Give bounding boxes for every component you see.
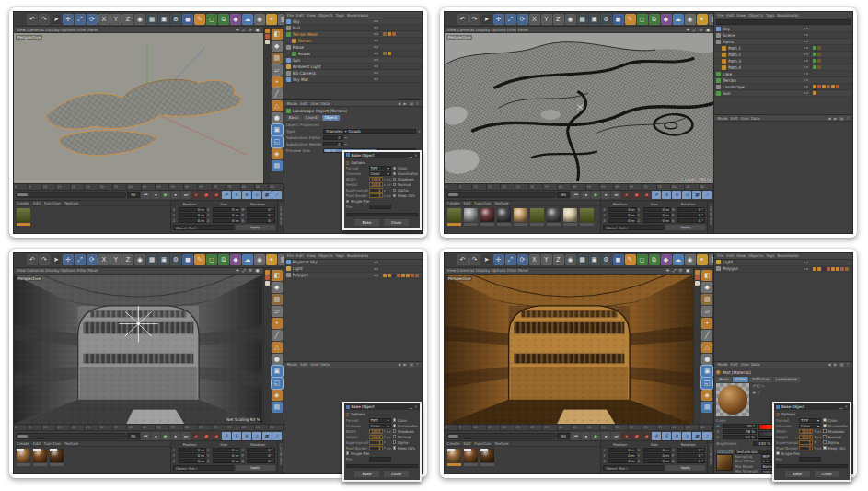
axis-z-lock-icon[interactable]: Z [553,14,564,25]
coord-field[interactable]: 0 m [643,213,671,217]
redo-icon[interactable]: ↷ [39,254,50,265]
attribute-row[interactable]: Subdivision Editor2▾ [286,134,421,141]
dialog-dropdown[interactable]: Color▾ [369,171,391,176]
coord-field[interactable]: 0 m [213,207,240,212]
play-button[interactable]: ▶ [161,191,170,199]
edges-mode-icon[interactable]: ╱ [701,330,712,341]
coords-mode-dropdown[interactable]: Object (Rel.) [173,465,234,471]
coord-field[interactable]: 0 ° [247,448,274,452]
axis-y-lock-icon[interactable]: Y [541,254,552,265]
animation-palette-icon[interactable]: ● [272,354,283,365]
tag-icon[interactable] [840,267,844,271]
object-manager-menu-item[interactable]: Objects [748,13,763,18]
coord-field[interactable]: 0 ° [677,453,705,458]
spinner-icon[interactable]: ⬍ [384,183,387,187]
dialog-button[interactable]: Bake [354,219,379,226]
goto-end-button[interactable]: ⏭ [181,191,191,199]
coord-field[interactable]: 0 m [643,218,671,223]
attribute-menu-item[interactable]: Mode [287,101,297,106]
material-menu-item[interactable]: Edit [463,441,470,446]
timeline-slider[interactable] [16,433,126,439]
visibility-dots[interactable] [804,28,808,29]
environment-sky-icon[interactable]: ☁ [242,14,253,25]
visibility-dots[interactable] [374,40,378,41]
visibility-dots[interactable] [374,72,378,74]
key-rotation-toggle[interactable]: R [242,191,251,199]
visibility-dots[interactable] [804,66,808,68]
tag-icon[interactable] [388,274,391,277]
rotate-tool-icon[interactable]: ⟳ [87,254,98,265]
goto-start-button[interactable]: ⏮ [141,432,150,440]
coord-field[interactable]: 0 m [608,207,636,212]
spinner-icon[interactable]: ⬍ [814,440,816,444]
visibility-dots[interactable] [804,262,808,263]
axis-strip-icon[interactable] [265,40,270,44]
coord-field[interactable]: 0 m [608,453,636,458]
material-swatch[interactable] [50,449,64,462]
key-scale-toggle[interactable]: S [662,432,671,440]
viewport-solo-icon[interactable]: ▣ [701,366,712,377]
key-pla-toggle[interactable]: ▦ [262,432,272,440]
object-tags[interactable] [810,59,851,63]
render-settings-icon[interactable]: ⚙ [170,254,181,265]
object-tags[interactable] [810,53,851,56]
material-menu-item[interactable]: Texture [494,441,508,446]
end-frame-field[interactable]: 90 [557,433,570,439]
object-row[interactable]: Sun [714,90,852,97]
sound-toggle[interactable]: ♪ [702,191,712,199]
object-row[interactable]: Light [284,266,422,273]
goto-start-button[interactable]: ⏮ [571,191,580,199]
goto-end-button[interactable]: ⏭ [611,191,620,199]
axis-z-lock-icon[interactable]: Z [553,254,564,265]
object-row[interactable]: Path.1 [714,45,852,52]
coords-mode-dropdown[interactable]: Object (Rel.) [603,465,664,471]
goto-end-button[interactable]: ⏭ [611,432,620,440]
visibility-dots[interactable] [804,60,808,62]
coord-field[interactable]: 0 m [643,207,671,212]
dialog-close-button[interactable]: ✕ [414,404,418,409]
material-swatch[interactable] [514,208,527,222]
object-row[interactable]: Landscape [714,84,852,90]
visibility-dots[interactable] [804,268,808,270]
attribute-manager-icons[interactable]: ◀ ▶ ▤ ? [398,101,420,106]
object-tags[interactable] [810,91,851,95]
autokey-button[interactable]: ● [202,432,211,440]
render-view-icon[interactable]: ▦ [577,254,588,265]
dialog-value-field[interactable]: 1 [369,193,383,198]
previous-frame-button[interactable]: ◂ [581,432,590,440]
material-menu-item[interactable]: Function [44,441,61,446]
material-swatch[interactable] [447,449,461,462]
select-tool-icon[interactable]: ➤ [51,14,62,25]
dialog-button[interactable]: Bake [785,471,810,477]
coordinates-vertical-tab[interactable]: Coordinates [707,441,713,473]
tag-icon[interactable] [822,85,826,88]
tag-icon[interactable] [845,267,849,271]
render-picture-icon[interactable]: ▣ [589,14,600,25]
interactive-render-region-icon[interactable]: ◱ [701,378,712,389]
coord-field[interactable]: 0 ° [677,459,705,463]
apply-button[interactable]: Apply [665,225,705,230]
snap-icon[interactable]: ◈ [272,390,283,401]
dialog-button[interactable]: Bake [354,471,379,477]
cube-primitive-icon[interactable]: ◼ [613,14,624,25]
attribute-tab[interactable]: Coord. [303,115,321,121]
material-menu-item[interactable]: Create [17,441,29,446]
render-picture-icon[interactable]: ▣ [589,254,600,265]
tag-icon[interactable] [415,274,419,277]
texture-mode-icon[interactable]: ▨ [272,53,283,64]
polygons-mode-icon[interactable]: △ [272,342,283,353]
object-row[interactable]: Sky [714,26,852,32]
attribute-manager-icons[interactable]: ◀ ▶ ▤ ? [827,116,850,121]
spinner-icon[interactable]: ⬍ [814,429,816,433]
next-frame-button[interactable]: ▸ [601,432,610,440]
subdivision-surface-icon[interactable]: ◻ [637,254,648,265]
key-position-toggle[interactable]: P [222,191,231,199]
view-control-icons[interactable]: ✛ ⤢ ⟳ ▣ [236,28,260,32]
attribute-menu-item[interactable]: Edit [300,362,307,367]
coord-field[interactable]: 0 m [643,453,671,458]
axis-x-lock-icon[interactable]: X [529,14,540,25]
spinner-icon[interactable]: ⬍ [384,429,387,433]
bake-option-checkbox[interactable]: Keep UVs [393,445,418,450]
coord-field[interactable]: 0 m [643,459,671,463]
axis-strip-icon[interactable] [265,281,270,286]
